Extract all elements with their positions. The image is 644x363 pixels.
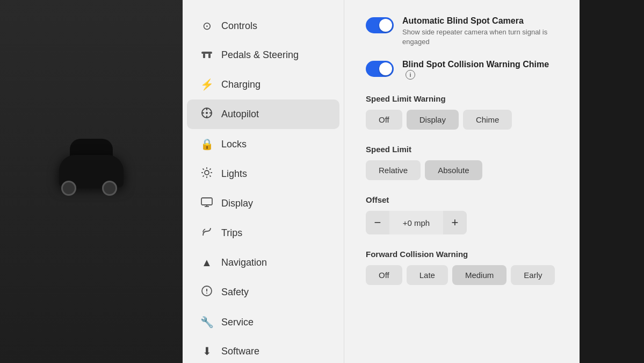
speed-limit-warning-display[interactable]: Display	[407, 110, 459, 130]
svg-rect-1	[203, 54, 205, 58]
blind-spot-warning-label: Blind Spot Collision Warning Chime i	[402, 60, 558, 81]
sidebar-item-label: Trips	[221, 227, 242, 239]
sidebar-item-label: Navigation	[221, 257, 267, 268]
blind-spot-warning-toggle[interactable]	[366, 61, 394, 77]
autopilot-icon	[200, 107, 214, 122]
lights-icon	[200, 167, 214, 181]
blind-spot-camera-row: Automatic Blind Spot Camera Show side re…	[366, 16, 558, 47]
locks-icon: 🔒	[200, 138, 214, 151]
main-content: Automatic Blind Spot Camera Show side re…	[344, 0, 580, 363]
sidebar-item-label: Display	[221, 198, 253, 209]
navigation-icon: ▲	[200, 257, 214, 269]
speed-limit-relative[interactable]: Relative	[366, 160, 421, 180]
forward-collision-late[interactable]: Late	[407, 265, 448, 285]
speed-limit-warning-chime[interactable]: Chime	[463, 110, 512, 130]
sidebar-item-label: Safety	[221, 287, 249, 298]
sidebar-item-software[interactable]: ⬇ Software	[187, 337, 339, 363]
sidebar-item-service[interactable]: 🔧 Service	[187, 308, 339, 336]
svg-line-14	[203, 169, 204, 170]
blind-spot-camera-desc: Show side repeater camera when turn sign…	[402, 27, 558, 47]
sidebar-item-label: Pedals & Steering	[221, 49, 299, 61]
blind-spot-warning-title: Blind Spot Collision Warning Chime i	[402, 60, 558, 80]
blind-spot-camera-toggle[interactable]	[366, 17, 394, 33]
svg-rect-2	[208, 54, 211, 58]
forward-collision-medium[interactable]: Medium	[452, 265, 506, 285]
forward-collision-off[interactable]: Off	[366, 265, 402, 285]
pedals-steering-icon	[200, 48, 214, 62]
sidebar-item-navigation[interactable]: ▲ Navigation	[187, 249, 339, 276]
car-wheel-front	[61, 181, 76, 196]
speed-limit-title: Speed Limit	[366, 145, 558, 154]
svg-point-9	[205, 170, 209, 175]
sidebar-item-label: Lights	[221, 168, 247, 180]
speed-limit-group: Relative Absolute	[366, 160, 558, 180]
svg-point-4	[206, 112, 208, 114]
svg-point-23	[206, 293, 207, 294]
car-image	[48, 123, 134, 241]
service-icon: 🔧	[200, 316, 214, 329]
speed-limit-warning-group: Off Display Chime	[366, 110, 558, 130]
blind-spot-camera-label: Automatic Blind Spot Camera Show side re…	[402, 16, 558, 47]
offset-plus-button[interactable]: +	[443, 211, 467, 234]
sidebar-item-safety[interactable]: Safety	[187, 277, 339, 307]
sidebar-item-label: Autopilot	[221, 109, 259, 120]
speed-limit-warning-section: Speed Limit Warning Off Display Chime	[366, 94, 558, 130]
controls-icon: ⊙	[200, 19, 214, 32]
software-icon: ⬇	[200, 345, 214, 358]
forward-collision-group: Off Late Medium Early	[366, 265, 558, 285]
offset-value: +0 mph	[389, 211, 443, 234]
sidebar-item-lights[interactable]: Lights	[187, 159, 339, 189]
speed-limit-warning-off[interactable]: Off	[366, 110, 402, 130]
sidebar-item-charging[interactable]: ⚡ Charging	[187, 70, 339, 98]
info-icon[interactable]: i	[406, 70, 415, 80]
sidebar-item-autopilot[interactable]: Autopilot	[187, 99, 339, 129]
sidebar-item-label: Controls	[221, 20, 257, 32]
right-panel	[580, 0, 644, 363]
sidebar-item-trips[interactable]: Trips	[187, 218, 339, 248]
sidebar: ⊙ Controls Pedals & Steering ⚡ Charging	[183, 0, 344, 363]
sidebar-item-label: Charging	[221, 79, 261, 90]
blind-spot-camera-title: Automatic Blind Spot Camera	[402, 16, 558, 26]
speed-limit-warning-title: Speed Limit Warning	[366, 94, 558, 103]
svg-line-17	[203, 175, 204, 176]
plus-icon: +	[452, 216, 459, 230]
forward-collision-early[interactable]: Early	[511, 265, 555, 285]
sidebar-item-label: Locks	[221, 139, 247, 150]
forward-collision-title: Forward Collision Warning	[366, 250, 558, 259]
sidebar-item-label: Software	[221, 346, 259, 357]
offset-title: Offset	[366, 195, 558, 204]
sidebar-item-controls[interactable]: ⊙ Controls	[187, 12, 339, 40]
safety-icon	[200, 285, 214, 300]
sidebar-item-pedals-steering[interactable]: Pedals & Steering	[187, 41, 339, 69]
car-wheel-back	[102, 181, 117, 196]
sidebar-item-locks[interactable]: 🔒 Locks	[187, 130, 339, 158]
forward-collision-section: Forward Collision Warning Off Late Mediu…	[366, 250, 558, 285]
sidebar-item-display[interactable]: Display	[187, 190, 339, 217]
offset-minus-button[interactable]: −	[366, 211, 389, 234]
display-icon	[200, 197, 214, 210]
offset-section: Offset − +0 mph +	[366, 195, 558, 234]
sidebar-item-label: Service	[221, 317, 254, 328]
speed-limit-absolute[interactable]: Absolute	[425, 160, 482, 180]
minus-icon: −	[374, 216, 381, 230]
blind-spot-warning-row: Blind Spot Collision Warning Chime i	[366, 60, 558, 81]
svg-line-16	[209, 169, 211, 170]
charging-icon: ⚡	[200, 78, 214, 91]
trips-icon	[200, 226, 214, 240]
svg-line-15	[209, 175, 211, 176]
left-panel	[0, 0, 183, 363]
svg-rect-18	[201, 198, 212, 205]
offset-control: − +0 mph +	[366, 211, 467, 234]
speed-limit-section: Speed Limit Relative Absolute	[366, 145, 558, 180]
svg-rect-0	[201, 52, 212, 54]
